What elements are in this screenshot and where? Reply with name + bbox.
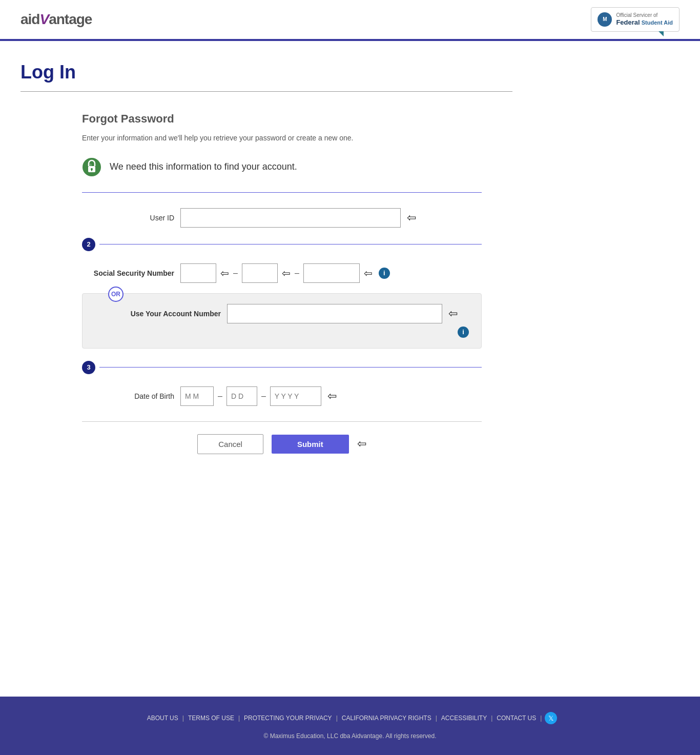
- dob-dash-1: –: [218, 392, 222, 401]
- cancel-button[interactable]: Cancel: [197, 434, 263, 454]
- logo-highlight: V: [39, 11, 49, 27]
- ssn-part1-input[interactable]: [180, 263, 216, 283]
- footer-copyright: © Maximus Education, LLC dba Aidvantage.…: [20, 732, 680, 740]
- fsa-badge: M Official Servicer of Federal Student A…: [591, 7, 680, 32]
- dob-year-input[interactable]: [270, 386, 321, 406]
- ssn-inputs: ⇦ – ⇦ – ⇦: [180, 263, 373, 283]
- footer-link-privacy[interactable]: PROTECTING YOUR PRIVACY: [240, 715, 336, 722]
- step-3-divider: 3: [82, 361, 482, 374]
- dob-dash-2: –: [261, 392, 266, 401]
- dob-day-input[interactable]: [227, 386, 257, 406]
- account-number-input[interactable]: [227, 304, 442, 323]
- submit-button[interactable]: Submit: [272, 435, 349, 454]
- dob-inputs: – –: [180, 386, 321, 406]
- footer: ABOUT US | TERMS OF USE | PROTECTING YOU…: [0, 697, 700, 755]
- dob-arrow-icon: ⇦: [327, 390, 337, 403]
- header: aidVantage M Official Servicer of Federa…: [0, 0, 700, 41]
- dob-month-input[interactable]: [180, 386, 214, 406]
- form-container: Forgot Password Enter your information a…: [82, 112, 482, 454]
- footer-link-accessibility[interactable]: ACCESSIBILITY: [437, 715, 491, 722]
- footer-links: ABOUT US | TERMS OF USE | PROTECTING YOU…: [20, 712, 680, 724]
- dob-row: Date of Birth – – ⇦: [82, 386, 482, 406]
- forgot-password-heading: Forgot Password: [82, 112, 482, 126]
- page-title: Log In: [20, 62, 492, 83]
- or-badge: OR: [108, 287, 123, 302]
- dob-label: Date of Birth: [82, 392, 174, 400]
- step-2-badge: 2: [82, 238, 95, 251]
- ssn-part2-input[interactable]: [242, 263, 278, 283]
- or-section: OR Use Your Account Number ⇦ i: [82, 293, 482, 349]
- lock-icon: [82, 157, 101, 177]
- step-2-divider: 2: [82, 238, 482, 251]
- logo-prefix: aid: [20, 11, 39, 27]
- account-arrow-icon: ⇦: [448, 307, 458, 320]
- ssn-row: Social Security Number ⇦ – ⇦ – ⇦ i: [82, 263, 482, 283]
- info-message: We need this information to find your ac…: [110, 161, 297, 172]
- ssn-info-icon[interactable]: i: [379, 268, 390, 279]
- footer-link-contact[interactable]: CONTACT US: [492, 715, 540, 722]
- logo: aidVantage: [20, 11, 92, 28]
- button-row: Cancel Submit ⇦: [82, 421, 482, 454]
- fsa-text: Official Servicer of Federal Student Aid: [616, 12, 673, 27]
- ssn-label: Social Security Number: [82, 269, 174, 277]
- svg-point-4: [89, 164, 92, 167]
- ssn-part3-arrow: ⇦: [364, 267, 373, 279]
- account-label: Use Your Account Number: [118, 310, 221, 318]
- info-banner: We need this information to find your ac…: [82, 157, 482, 177]
- footer-link-ca-privacy[interactable]: CALIFORNIA PRIVACY RIGHTS: [338, 715, 436, 722]
- fsa-brand: Federal Student Aid: [616, 18, 673, 27]
- ssn-part1-arrow: ⇦: [220, 267, 229, 279]
- ssn-dash-2: –: [295, 269, 299, 278]
- account-number-row: Use Your Account Number ⇦: [118, 304, 471, 323]
- fsa-federal: Federal: [616, 18, 640, 26]
- main-content: Log In Forgot Password Enter your inform…: [0, 41, 512, 697]
- fsa-logo-circle: M: [598, 12, 612, 27]
- user-id-row: User ID ⇦: [82, 208, 482, 228]
- account-info-icon[interactable]: i: [458, 327, 469, 338]
- twitter-icon[interactable]: 𝕏: [545, 712, 557, 724]
- user-id-label: User ID: [82, 214, 174, 222]
- svg-rect-3: [91, 169, 92, 171]
- user-id-input[interactable]: [180, 208, 401, 228]
- title-divider: [20, 91, 512, 92]
- fsa-official-text: Official Servicer of: [616, 12, 673, 18]
- logo-suffix: antage: [49, 11, 92, 27]
- fsa-student-bold: Student Aid: [642, 19, 673, 26]
- ssn-part3-input[interactable]: [303, 263, 360, 283]
- submit-arrow-icon: ⇦: [357, 437, 366, 451]
- section-line: [82, 192, 482, 193]
- forgot-password-desc: Enter your information and we'll help yo…: [82, 134, 482, 142]
- user-id-arrow-icon: ⇦: [407, 211, 416, 225]
- ssn-part2-arrow: ⇦: [282, 267, 291, 279]
- step-3-badge: 3: [82, 361, 95, 374]
- ssn-dash-1: –: [233, 269, 238, 278]
- footer-link-terms[interactable]: TERMS OF USE: [184, 715, 238, 722]
- footer-link-about[interactable]: ABOUT US: [143, 715, 182, 722]
- fsa-student: Student Aid: [642, 19, 673, 26]
